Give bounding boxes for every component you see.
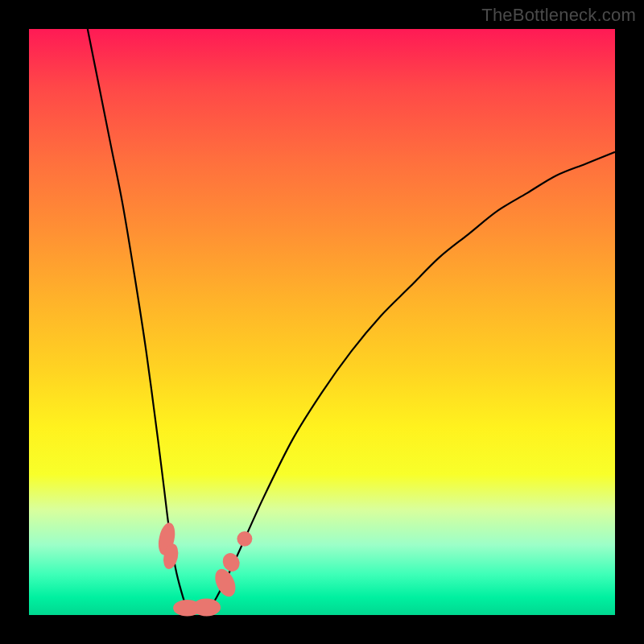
- curve-right-branch: [204, 152, 615, 615]
- data-marker: [211, 566, 239, 600]
- data-marker: [192, 599, 221, 617]
- curve-left-branch: [88, 29, 193, 615]
- data-marker: [237, 531, 252, 547]
- chart-frame: TheBottleneck.com: [0, 0, 644, 644]
- curve-layer: [29, 29, 615, 615]
- plot-area: [29, 29, 615, 615]
- watermark-text: TheBottleneck.com: [481, 5, 636, 26]
